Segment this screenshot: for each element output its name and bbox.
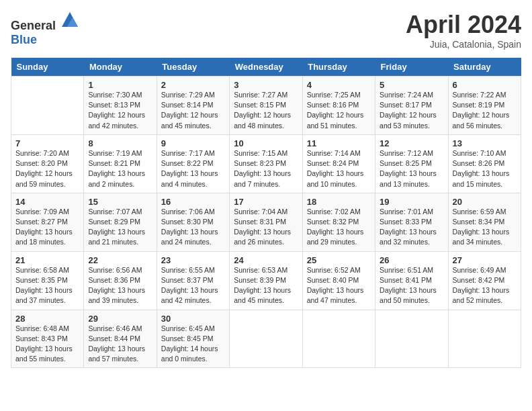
day-number: 8 — [88, 138, 93, 148]
day-number: 16 — [161, 197, 171, 207]
day-cell: 27Sunrise: 6:49 AM Sunset: 8:42 PM Dayli… — [448, 251, 521, 310]
calendar-table: SundayMondayTuesdayWednesdayThursdayFrid… — [11, 58, 521, 368]
day-number: 5 — [380, 80, 384, 90]
day-info: Sunrise: 7:09 AM Sunset: 8:27 PM Dayligh… — [15, 208, 73, 246]
day-cell: 10Sunrise: 7:15 AM Sunset: 8:23 PM Dayli… — [230, 134, 302, 193]
day-cell — [375, 310, 448, 368]
day-header-saturday: Saturday — [448, 58, 521, 77]
day-cell: 8Sunrise: 7:19 AM Sunset: 8:21 PM Daylig… — [84, 134, 157, 193]
day-info: Sunrise: 6:56 AM Sunset: 8:36 PM Dayligh… — [88, 266, 145, 305]
day-info: Sunrise: 7:22 AM Sunset: 8:19 PM Dayligh… — [453, 91, 510, 130]
logo-text: General Blue — [11, 11, 79, 47]
day-number: 12 — [380, 138, 389, 148]
day-cell: 13Sunrise: 7:10 AM Sunset: 8:26 PM Dayli… — [448, 134, 521, 193]
day-header-tuesday: Tuesday — [157, 58, 229, 77]
day-number: 4 — [307, 80, 312, 90]
day-number: 13 — [453, 138, 462, 148]
day-number: 14 — [15, 197, 25, 207]
day-cell: 11Sunrise: 7:14 AM Sunset: 8:24 PM Dayli… — [302, 134, 375, 193]
day-cell: 19Sunrise: 7:01 AM Sunset: 8:33 PM Dayli… — [375, 193, 448, 251]
day-cell: 28Sunrise: 6:48 AM Sunset: 8:43 PM Dayli… — [11, 310, 84, 368]
day-cell: 7Sunrise: 7:20 AM Sunset: 8:20 PM Daylig… — [11, 134, 84, 193]
day-info: Sunrise: 7:17 AM Sunset: 8:22 PM Dayligh… — [161, 149, 218, 188]
day-info: Sunrise: 6:45 AM Sunset: 8:45 PM Dayligh… — [161, 324, 218, 363]
day-info: Sunrise: 7:30 AM Sunset: 8:13 PM Dayligh… — [88, 91, 145, 130]
day-number: 28 — [15, 314, 25, 324]
day-info: Sunrise: 6:48 AM Sunset: 8:43 PM Dayligh… — [15, 324, 73, 363]
day-number: 2 — [161, 80, 166, 90]
day-header-monday: Monday — [84, 58, 157, 77]
day-info: Sunrise: 7:02 AM Sunset: 8:32 PM Dayligh… — [307, 208, 364, 246]
day-cell: 26Sunrise: 6:51 AM Sunset: 8:41 PM Dayli… — [375, 251, 448, 310]
day-info: Sunrise: 7:04 AM Sunset: 8:31 PM Dayligh… — [234, 208, 291, 246]
day-info: Sunrise: 7:01 AM Sunset: 8:33 PM Dayligh… — [380, 208, 437, 246]
day-cell: 1Sunrise: 7:30 AM Sunset: 8:13 PM Daylig… — [84, 77, 157, 135]
day-header-sunday: Sunday — [11, 58, 84, 77]
day-cell — [11, 77, 84, 135]
day-info: Sunrise: 6:51 AM Sunset: 8:41 PM Dayligh… — [380, 266, 437, 305]
day-header-friday: Friday — [375, 58, 448, 77]
day-cell: 21Sunrise: 6:58 AM Sunset: 8:35 PM Dayli… — [11, 251, 84, 310]
week-row-2: 7Sunrise: 7:20 AM Sunset: 8:20 PM Daylig… — [11, 134, 521, 193]
day-number: 15 — [88, 197, 97, 207]
day-cell: 12Sunrise: 7:12 AM Sunset: 8:25 PM Dayli… — [375, 134, 448, 193]
day-cell: 24Sunrise: 6:53 AM Sunset: 8:39 PM Dayli… — [230, 251, 302, 310]
day-info: Sunrise: 6:49 AM Sunset: 8:42 PM Dayligh… — [453, 266, 510, 305]
day-cell: 17Sunrise: 7:04 AM Sunset: 8:31 PM Dayli… — [230, 193, 302, 251]
day-number: 19 — [380, 197, 389, 207]
day-info: Sunrise: 7:14 AM Sunset: 8:24 PM Dayligh… — [307, 149, 364, 188]
day-info: Sunrise: 7:19 AM Sunset: 8:21 PM Dayligh… — [88, 149, 145, 188]
day-info: Sunrise: 7:06 AM Sunset: 8:30 PM Dayligh… — [161, 208, 218, 246]
day-cell: 14Sunrise: 7:09 AM Sunset: 8:27 PM Dayli… — [11, 193, 84, 251]
days-header-row: SundayMondayTuesdayWednesdayThursdayFrid… — [11, 58, 521, 77]
day-number: 10 — [234, 138, 243, 148]
day-info: Sunrise: 6:52 AM Sunset: 8:40 PM Dayligh… — [307, 266, 364, 305]
day-cell — [302, 310, 375, 368]
day-info: Sunrise: 6:46 AM Sunset: 8:44 PM Dayligh… — [88, 324, 145, 363]
day-number: 11 — [307, 138, 316, 148]
day-info: Sunrise: 7:10 AM Sunset: 8:26 PM Dayligh… — [453, 149, 510, 188]
day-number: 1 — [88, 80, 93, 90]
day-cell: 23Sunrise: 6:55 AM Sunset: 8:37 PM Dayli… — [157, 251, 229, 310]
logo-blue: Blue — [11, 33, 37, 46]
day-info: Sunrise: 7:29 AM Sunset: 8:14 PM Dayligh… — [161, 91, 218, 130]
week-row-3: 14Sunrise: 7:09 AM Sunset: 8:27 PM Dayli… — [11, 193, 521, 251]
day-info: Sunrise: 7:25 AM Sunset: 8:16 PM Dayligh… — [307, 91, 364, 130]
day-cell: 30Sunrise: 6:45 AM Sunset: 8:45 PM Dayli… — [157, 310, 229, 368]
page-header: General Blue April 2024 Juia, Catalonia,… — [11, 11, 521, 50]
day-cell: 20Sunrise: 6:59 AM Sunset: 8:34 PM Dayli… — [448, 193, 521, 251]
day-number: 26 — [380, 255, 389, 265]
day-cell — [230, 310, 302, 368]
day-info: Sunrise: 7:24 AM Sunset: 8:17 PM Dayligh… — [380, 91, 437, 130]
day-cell: 16Sunrise: 7:06 AM Sunset: 8:30 PM Dayli… — [157, 193, 229, 251]
day-info: Sunrise: 6:55 AM Sunset: 8:37 PM Dayligh… — [161, 266, 218, 305]
day-info: Sunrise: 7:12 AM Sunset: 8:25 PM Dayligh… — [380, 149, 437, 188]
week-row-1: 1Sunrise: 7:30 AM Sunset: 8:13 PM Daylig… — [11, 77, 521, 135]
location: Juia, Catalonia, Spain — [406, 39, 521, 50]
day-number: 18 — [307, 197, 316, 207]
day-number: 21 — [15, 255, 25, 265]
day-number: 3 — [234, 80, 238, 90]
day-cell: 5Sunrise: 7:24 AM Sunset: 8:17 PM Daylig… — [375, 77, 448, 135]
month-title: April 2024 — [406, 11, 521, 39]
day-cell: 4Sunrise: 7:25 AM Sunset: 8:16 PM Daylig… — [302, 77, 375, 135]
day-number: 7 — [15, 138, 20, 148]
day-info: Sunrise: 7:20 AM Sunset: 8:20 PM Dayligh… — [15, 149, 73, 188]
logo-general: General — [11, 19, 56, 32]
day-cell: 6Sunrise: 7:22 AM Sunset: 8:19 PM Daylig… — [448, 77, 521, 135]
day-number: 9 — [161, 138, 166, 148]
day-cell: 2Sunrise: 7:29 AM Sunset: 8:14 PM Daylig… — [157, 77, 229, 135]
day-cell: 25Sunrise: 6:52 AM Sunset: 8:40 PM Dayli… — [302, 251, 375, 310]
day-number: 17 — [234, 197, 243, 207]
day-info: Sunrise: 7:07 AM Sunset: 8:29 PM Dayligh… — [88, 208, 145, 246]
week-row-4: 21Sunrise: 6:58 AM Sunset: 8:35 PM Dayli… — [11, 251, 521, 310]
day-cell: 18Sunrise: 7:02 AM Sunset: 8:32 PM Dayli… — [302, 193, 375, 251]
day-cell: 9Sunrise: 7:17 AM Sunset: 8:22 PM Daylig… — [157, 134, 229, 193]
day-number: 23 — [161, 255, 171, 265]
day-cell: 3Sunrise: 7:27 AM Sunset: 8:15 PM Daylig… — [230, 77, 302, 135]
day-cell: 15Sunrise: 7:07 AM Sunset: 8:29 PM Dayli… — [84, 193, 157, 251]
logo: General Blue — [11, 11, 79, 47]
day-info: Sunrise: 6:58 AM Sunset: 8:35 PM Dayligh… — [15, 266, 73, 305]
day-info: Sunrise: 6:53 AM Sunset: 8:39 PM Dayligh… — [234, 266, 291, 305]
day-header-wednesday: Wednesday — [230, 58, 302, 77]
